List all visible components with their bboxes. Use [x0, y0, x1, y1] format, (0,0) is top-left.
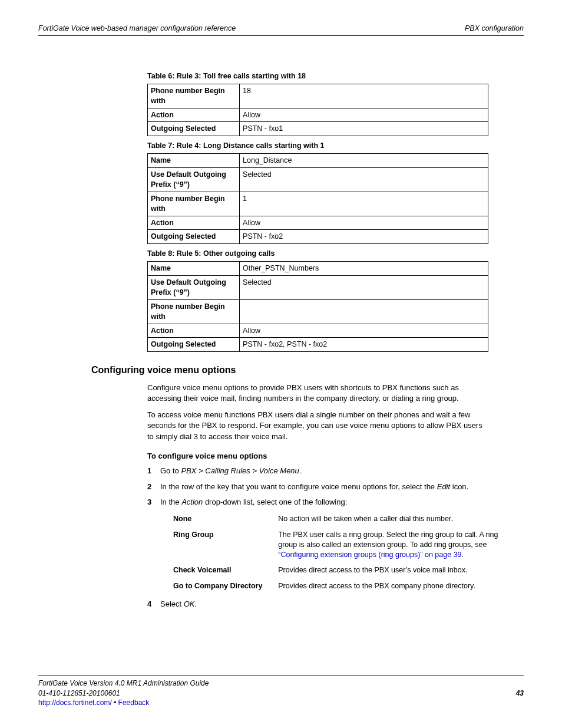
cell-label: Use Default Outgoing Prefix (“9”): [148, 276, 240, 300]
table-row: ActionAllow: [148, 108, 488, 122]
definitions-table: NoneNo action will be taken when a calle…: [173, 511, 501, 594]
page-header: FortiGate Voice web-based manager config…: [38, 24, 524, 36]
step-text: In the: [160, 498, 181, 506]
def-term: Check Voicemail: [173, 562, 278, 578]
def-desc: No action will be taken when a caller di…: [278, 511, 501, 527]
footer-line3: http://docs.fortinet.com/ • Feedback: [38, 698, 524, 707]
ui-term: Edit: [437, 482, 450, 491]
footer-line2: 01-410-112851-20100601 43: [38, 689, 524, 698]
cell-label: Outgoing Selected: [148, 122, 240, 136]
cell-value: 18: [240, 84, 488, 108]
cell-value: Allow: [240, 216, 488, 230]
step-text: Select: [160, 599, 184, 608]
cell-label: Use Default Outgoing Prefix (“9”): [148, 168, 240, 192]
def-row: Ring GroupThe PBX user calls a ring grou…: [173, 527, 501, 563]
procedure-steps: Go to PBX > Calling Rules > Voice Menu. …: [147, 466, 488, 610]
def-desc: Provides direct access to the PBX compan…: [278, 578, 501, 594]
step-text: icon.: [450, 482, 468, 491]
feedback-link[interactable]: Feedback: [118, 699, 150, 707]
step-text: In the row of the key that you want to c…: [160, 482, 437, 491]
table6: Phone number Begin with18 ActionAllow Ou…: [147, 84, 488, 137]
ui-path: PBX > Calling Rules > Voice Menu: [181, 466, 299, 475]
page-footer: FortiGate Voice Version 4.0 MR1 Administ…: [38, 676, 524, 707]
table-row: Outgoing SelectedPSTN - fxo2: [148, 230, 488, 244]
step-text: .: [299, 466, 302, 475]
cell-value: Allow: [240, 324, 488, 338]
table-row: ActionAllow: [148, 324, 488, 338]
paragraph: To access voice menu functions PBX users…: [147, 410, 488, 442]
table-row: Phone number Begin with: [148, 299, 488, 324]
table-row: Outgoing SelectedPSTN - fxo1: [148, 122, 488, 136]
cell-label: Phone number Begin with: [148, 192, 240, 216]
step-text: Go to: [160, 466, 181, 475]
table7-caption: Table 7: Rule 4: Long Distance calls sta…: [147, 141, 488, 151]
table-row: Phone number Begin with1: [148, 192, 488, 216]
def-desc: The PBX user calls a ring group. Select …: [278, 527, 501, 563]
def-row: Check VoicemailProvides direct access to…: [173, 562, 501, 578]
table6-caption: Table 6: Rule 3: Toll free calls startin…: [147, 71, 488, 81]
def-text: The PBX user calls a ring group. Select …: [278, 531, 498, 549]
table-row: Phone number Begin with18: [148, 84, 488, 108]
page-number: 43: [516, 689, 524, 698]
content-area: Table 6: Rule 3: Toll free calls startin…: [147, 71, 488, 610]
def-term: None: [173, 511, 278, 527]
step-text: drop-down list, select one of the follow…: [203, 498, 347, 506]
def-desc: Provides direct access to the PBX user’s…: [278, 562, 501, 578]
cell-value: Selected: [240, 276, 488, 300]
cell-label: Phone number Begin with: [148, 299, 240, 324]
cell-value: PSTN - fxo1: [240, 122, 488, 136]
table8: NameOther_PSTN_Numbers Use Default Outgo…: [147, 261, 488, 352]
step-4: Select OK.: [147, 599, 488, 610]
cross-ref-link[interactable]: “Configuring extension groups (ring grou…: [278, 551, 461, 559]
table-row: NameLong_Distance: [148, 154, 488, 168]
def-row: NoneNo action will be taken when a calle…: [173, 511, 501, 527]
doc-id: 01-410-112851-20100601: [38, 689, 120, 698]
table-row: NameOther_PSTN_Numbers: [148, 262, 488, 276]
ui-term: OK: [184, 599, 195, 608]
separator: •: [112, 699, 118, 707]
header-right: PBX configuration: [465, 24, 524, 34]
step-1: Go to PBX > Calling Rules > Voice Menu.: [147, 466, 488, 476]
table-row: Outgoing SelectedPSTN - fxo2, PSTN - fxo…: [148, 338, 488, 352]
cell-label: Outgoing Selected: [148, 338, 240, 352]
table8-caption: Table 8: Rule 5: Other outgoing calls: [147, 249, 488, 259]
table-row: Use Default Outgoing Prefix (“9”)Selecte…: [148, 168, 488, 192]
table7: NameLong_Distance Use Default Outgoing P…: [147, 153, 488, 244]
def-row: Go to Company DirectoryProvides direct a…: [173, 578, 501, 594]
cell-label: Action: [148, 216, 240, 230]
cell-value: 1: [240, 192, 488, 216]
cell-label: Action: [148, 324, 240, 338]
cell-value: PSTN - fxo2: [240, 230, 488, 244]
cell-value: Long_Distance: [240, 154, 488, 168]
paragraph: Configure voice menu options to provide …: [147, 383, 488, 404]
table-row: ActionAllow: [148, 216, 488, 230]
header-left: FortiGate Voice web-based manager config…: [38, 24, 236, 34]
cell-value: Allow: [240, 108, 488, 122]
def-term: Go to Company Directory: [173, 578, 278, 594]
cell-value: [240, 299, 488, 324]
cell-value: Selected: [240, 168, 488, 192]
step-2: In the row of the key that you want to c…: [147, 482, 488, 492]
procedure-heading: To configure voice menu options: [147, 451, 488, 462]
footer-line1: FortiGate Voice Version 4.0 MR1 Administ…: [38, 678, 524, 688]
cell-value: PSTN - fxo2, PSTN - fxo2: [240, 338, 488, 352]
cell-label: Name: [148, 262, 240, 276]
section-heading: Configuring voice menu options: [91, 364, 488, 377]
cell-label: Action: [148, 108, 240, 122]
cell-value: Other_PSTN_Numbers: [240, 262, 488, 276]
table-row: Use Default Outgoing Prefix (“9”)Selecte…: [148, 276, 488, 300]
step-3: In the Action drop-down list, select one…: [147, 497, 488, 594]
cell-label: Outgoing Selected: [148, 230, 240, 244]
cell-label: Phone number Begin with: [148, 84, 240, 108]
cell-label: Name: [148, 154, 240, 168]
docs-url-link[interactable]: http://docs.fortinet.com/: [38, 699, 112, 707]
def-text: .: [462, 551, 464, 559]
ui-term: Action: [181, 498, 203, 506]
def-term: Ring Group: [173, 527, 278, 563]
step-text: .: [195, 599, 197, 608]
